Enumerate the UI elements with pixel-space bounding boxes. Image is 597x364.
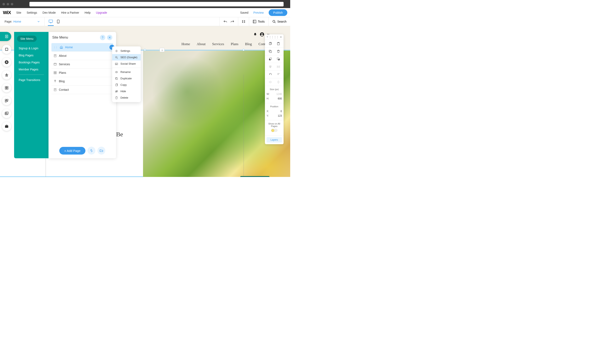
flip-h-icon (269, 80, 272, 84)
nav-services[interactable]: Services (212, 42, 224, 46)
chat-widget[interactable]: Let's Chat! (240, 176, 269, 177)
app-market-tool-button[interactable] (2, 83, 11, 93)
selection-handle[interactable] (144, 49, 146, 51)
editor-toolbar: Page: Home Tools (0, 17, 290, 26)
nav-plans[interactable]: Plans (231, 42, 238, 46)
ctx-label: Copy (120, 83, 127, 86)
close-panel-button[interactable] (107, 35, 112, 40)
height-value[interactable]: 600 (278, 97, 282, 100)
category-member-pages[interactable]: Member Pages (14, 66, 48, 73)
help-icon[interactable]: ? (267, 36, 268, 39)
minimize-window-icon[interactable] (7, 3, 9, 5)
menu-site[interactable]: Site (16, 11, 21, 14)
width-value[interactable]: 1240 (276, 93, 282, 95)
paste-icon[interactable] (277, 42, 280, 45)
drag-handle-icon[interactable]: ⋮⋮⋮⋮ (269, 36, 279, 39)
hide-icon (115, 90, 118, 93)
distribute-icon (277, 65, 280, 68)
nav-blog[interactable]: Blog (245, 42, 252, 46)
anchor-icon[interactable]: ⭳ (160, 48, 165, 52)
nav-about[interactable]: About (197, 42, 206, 46)
business-tool-button[interactable]: A (2, 122, 11, 131)
ctx-label: Hide (120, 90, 126, 93)
desktop-view-button[interactable] (49, 17, 53, 26)
background-tool-button[interactable] (2, 45, 11, 54)
svg-rect-39 (55, 73, 56, 74)
mobile-view-button[interactable] (57, 17, 60, 26)
maximize-window-icon[interactable] (11, 3, 13, 5)
bell-icon[interactable] (253, 32, 257, 36)
align-icon (269, 65, 272, 68)
ctx-social-share[interactable]: Social Share (112, 61, 141, 67)
theme-tool-button[interactable]: A (2, 70, 11, 79)
page-item-about[interactable]: About (51, 52, 113, 60)
add-tool-button[interactable] (2, 58, 11, 67)
category-bookings-pages[interactable]: Bookings Pages (14, 59, 48, 66)
page-item-contact[interactable]: Contact (51, 85, 113, 94)
trash-icon[interactable] (277, 50, 280, 53)
svg-rect-36 (54, 71, 55, 72)
copy-icon[interactable] (269, 42, 272, 45)
preview-button[interactable]: Preview (253, 11, 264, 14)
redo-icon[interactable] (230, 20, 234, 23)
menu-dev-mode[interactable]: Dev Mode (42, 11, 56, 14)
svg-text:A: A (6, 74, 8, 76)
ctx-duplicate[interactable]: Duplicate (112, 75, 141, 82)
close-window-icon[interactable] (2, 3, 5, 5)
svg-rect-28 (61, 47, 62, 48)
category-site-menu[interactable]: Site Menu (17, 36, 37, 42)
category-blog-pages[interactable]: Blog Pages (14, 52, 48, 59)
media-tool-button[interactable] (2, 109, 11, 118)
ctx-seo[interactable]: SEO (Google) (112, 54, 141, 61)
properties-panel: ? ⋮⋮⋮⋮ ✕ 0° Size (px) (265, 34, 283, 144)
duplicate-icon[interactable] (269, 50, 272, 53)
svg-rect-71 (278, 66, 279, 67)
menu-settings[interactable]: Settings (27, 11, 37, 14)
avatar-icon[interactable] (260, 32, 264, 37)
category-page-transitions[interactable]: Page Transitions (14, 77, 48, 84)
show-all-pages-toggle[interactable] (271, 129, 278, 132)
my-apps-tool-button[interactable] (2, 96, 11, 105)
guide-line (244, 75, 244, 177)
nav-home[interactable]: Home (181, 42, 190, 46)
menu-upgrade[interactable]: Upgrade (96, 11, 107, 14)
tools-button[interactable]: Tools (253, 20, 265, 23)
add-page-button[interactable]: + Add Page (59, 147, 85, 155)
wix-logo[interactable]: WiX (3, 10, 11, 15)
undo-icon[interactable] (223, 20, 227, 23)
help-button[interactable]: ? (100, 35, 105, 40)
close-icon[interactable]: ✕ (280, 36, 282, 39)
y-value[interactable]: 123 (278, 114, 282, 117)
publish-button[interactable]: Publish (269, 9, 287, 16)
add-folder-button[interactable] (97, 147, 105, 155)
rotate-icon[interactable] (269, 73, 272, 76)
svg-rect-21 (7, 99, 8, 101)
svg-rect-24 (6, 112, 8, 114)
zoom-out-icon[interactable] (242, 20, 245, 23)
drag-handle-icon[interactable]: ⋮⋮ (54, 46, 58, 48)
page-item-services[interactable]: Services (51, 60, 113, 69)
add-link-button[interactable] (87, 147, 95, 155)
pages-tool-button[interactable] (0, 32, 11, 41)
menu-hire-partner[interactable]: Hire a Partner (61, 11, 79, 14)
send-backward-icon[interactable] (277, 57, 280, 61)
page-selector[interactable]: Page: Home (0, 17, 45, 26)
editor-canvas[interactable]: Home About Services Plans Blog Contact B… (0, 26, 290, 177)
menu-help[interactable]: Help (85, 11, 91, 14)
page-item-blog[interactable]: Blog (51, 77, 113, 85)
bring-forward-icon[interactable] (269, 57, 272, 61)
ctx-hide[interactable]: Hide (112, 88, 141, 94)
page-item-plans[interactable]: Plans (51, 69, 113, 77)
search-button[interactable]: Search (272, 20, 286, 23)
ctx-rename[interactable]: Rename (112, 69, 141, 75)
selection-handle[interactable] (243, 49, 245, 51)
url-bar[interactable] (29, 2, 283, 7)
ctx-settings[interactable]: Settings (112, 48, 141, 54)
page-item-home[interactable]: ⋮⋮ Home ⋯ (51, 43, 113, 52)
copy-icon (115, 84, 118, 86)
x-value[interactable]: 0 (281, 110, 282, 113)
ctx-delete[interactable]: Delete (112, 94, 141, 101)
category-signup-login[interactable]: Signup & Login (14, 45, 48, 52)
ctx-copy[interactable]: Copy (112, 82, 141, 88)
layers-button[interactable]: Layers (267, 137, 282, 143)
